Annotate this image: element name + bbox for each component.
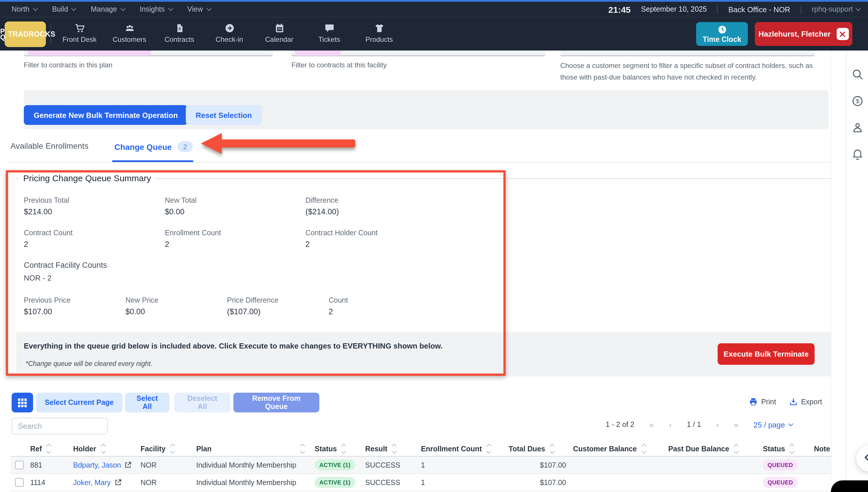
price-difference-label: Price Difference [227, 296, 329, 305]
menubar-menus: North Build Manage Insights View [0, 5, 210, 14]
new-total-label: New Total [165, 196, 305, 205]
primary-nav: Front Desk Customers Contracts Check-in … [57, 21, 401, 44]
nav-contracts[interactable]: Contracts [157, 21, 202, 44]
facility-filter-select[interactable] [291, 51, 545, 56]
sort-icon[interactable] [47, 444, 51, 453]
tab-change-queue[interactable]: Change Queue 2 [114, 141, 193, 152]
change-queue-count-badge: 2 [178, 141, 193, 152]
calendar-icon [274, 23, 285, 34]
reset-selection-button[interactable]: Reset Selection [186, 105, 262, 125]
account-menu[interactable]: rphq-support [812, 5, 860, 14]
table-row[interactable]: 881 Bdparty, Jason NOR Individual Monthl… [10, 457, 831, 474]
close-icon[interactable] [836, 28, 848, 40]
queue-notice-strip: Everything in the queue grid below is in… [16, 332, 831, 376]
plan-filter-select[interactable] [24, 51, 273, 56]
divider [51, 24, 51, 45]
generate-bulk-terminate-button[interactable]: Generate New Bulk Terminate Operation [24, 105, 188, 125]
nav-front-desk[interactable]: Front Desk [57, 21, 102, 44]
nav-tickets[interactable]: Tickets [307, 21, 351, 44]
tab-available-enrollments[interactable]: Available Enrollments [10, 141, 88, 150]
column-header-customer-balance[interactable]: Customer Balance [568, 444, 664, 453]
nav-check-in[interactable]: Check-in [207, 21, 251, 44]
summary-row-prices: Previous Price$107.00 New Price$0.00 Pri… [24, 296, 430, 317]
check-in-icon [224, 23, 235, 34]
menu-manage[interactable]: Manage [91, 5, 125, 14]
sort-icon[interactable] [551, 444, 554, 453]
menubar-status: 21:45 September 10, 2025 Back Office - N… [609, 4, 868, 14]
menu-view[interactable]: View [187, 5, 210, 14]
person-icon[interactable] [851, 121, 864, 134]
search-input[interactable] [11, 418, 108, 435]
table-row[interactable]: 1114 Joker, Mary NOR Individual Monthly … [10, 474, 831, 491]
page-size-select[interactable]: 25 / page [754, 420, 793, 429]
print-button[interactable]: Print [749, 397, 776, 406]
clocked-in-user-button[interactable]: Hazlehurst, Fletcher [755, 22, 852, 46]
queue-notice-text: Everything in the queue grid below is in… [24, 342, 443, 350]
time-clock-button[interactable]: Time Clock [696, 22, 748, 46]
first-page-icon[interactable]: « [649, 420, 654, 429]
billing-icon[interactable]: $ [851, 95, 864, 107]
previous-price-value: $107.00 [24, 307, 125, 317]
menu-build[interactable]: Build [52, 5, 76, 14]
sort-icon[interactable] [487, 444, 491, 453]
enrollment-count-label: Enrollment Count [165, 228, 305, 238]
summary-row-counts: Contract Count2 Enrollment Count2 Contra… [24, 228, 378, 249]
column-header-past-due-balance[interactable]: Past Due Balance [664, 444, 758, 453]
nav-customers[interactable]: Customers [107, 21, 152, 44]
sort-icon[interactable] [735, 444, 738, 453]
holder-link[interactable]: Joker, Mary [73, 478, 110, 487]
column-header-total-dues[interactable]: Total Dues [504, 444, 568, 453]
right-rail: $ [846, 51, 868, 492]
grid-columns-button[interactable] [11, 393, 33, 412]
previous-page-icon[interactable]: ‹ [669, 420, 672, 429]
sort-icon[interactable] [392, 444, 396, 453]
menu-north[interactable]: North [11, 5, 37, 14]
holder-link[interactable]: Bdparty, Jason [73, 461, 121, 469]
next-page-icon[interactable]: › [716, 420, 719, 429]
search-icon[interactable] [851, 68, 864, 81]
summary-row-totals: Previous Total$214.00 New Total$0.00 Dif… [24, 196, 339, 217]
pagination-current-page: 1 / 1 [687, 421, 701, 429]
customers-icon [124, 23, 135, 34]
column-header-enrollment-count[interactable]: Enrollment Count [416, 444, 504, 453]
previous-total-label: Previous Total [24, 196, 165, 205]
sort-icon[interactable] [642, 444, 646, 453]
ref-cell: 1114 [26, 478, 69, 487]
chevron-down-icon [33, 6, 38, 11]
column-header-plan[interactable]: Plan [192, 444, 310, 453]
last-page-icon[interactable]: » [734, 420, 739, 429]
column-header-status[interactable]: Status [310, 444, 361, 453]
sort-icon[interactable] [101, 444, 105, 453]
select-current-page-button[interactable]: Select Current Page [36, 393, 123, 412]
segment-filter-select[interactable] [560, 51, 815, 56]
column-header-queue-status[interactable]: Status [758, 444, 809, 453]
column-header-facility[interactable]: Facility [136, 444, 192, 453]
export-button[interactable]: Export [789, 397, 822, 406]
sort-icon[interactable] [171, 444, 174, 453]
table-header-row: Ref Holder Facility Plan Status Result E… [10, 441, 831, 457]
new-total-value: $0.00 [165, 207, 305, 217]
column-header-result[interactable]: Result [361, 444, 416, 453]
segment-filter-help: Choose a customer segment to filter a sp… [560, 60, 815, 83]
select-all-button[interactable]: Select All [125, 393, 170, 412]
sort-icon[interactable] [301, 444, 304, 453]
notifications-bell-icon[interactable] [851, 148, 864, 161]
external-link-icon[interactable] [125, 461, 132, 469]
column-header-ref[interactable]: Ref [26, 444, 69, 453]
nav-calendar[interactable]: Calendar [257, 21, 301, 44]
external-link-icon[interactable] [114, 478, 122, 486]
column-header-note[interactable]: Note [809, 445, 831, 453]
deselect-all-button[interactable]: Deselect All [174, 393, 230, 412]
office-context: Back Office - NOR [729, 5, 790, 14]
row-checkbox[interactable] [15, 461, 24, 469]
brand-logo[interactable]: RPHQ TRADROCKS [5, 22, 46, 47]
remove-from-queue-button[interactable]: Remove From Queue [233, 393, 319, 412]
row-checkbox[interactable] [15, 478, 24, 487]
column-header-holder[interactable]: Holder [69, 444, 136, 453]
sort-icon[interactable] [342, 444, 346, 453]
nav-products[interactable]: Products [357, 21, 401, 44]
execute-bulk-terminate-button[interactable]: Execute Bulk Terminate [718, 343, 815, 365]
total-dues-cell: $107.00 [504, 478, 568, 487]
menu-insights[interactable]: Insights [139, 5, 172, 14]
sort-icon[interactable] [790, 444, 794, 453]
